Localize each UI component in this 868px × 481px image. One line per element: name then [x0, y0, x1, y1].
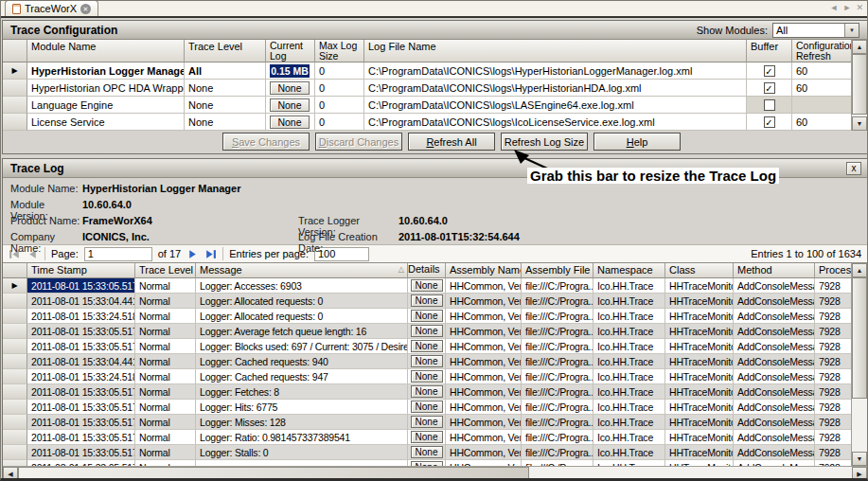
details-button[interactable]: None — [411, 446, 443, 458]
method-cell[interactable]: AddConsoleMessage(Mess... — [734, 400, 815, 415]
method-cell[interactable]: AddConsoleMessage(Mess... — [734, 369, 815, 384]
method-cell[interactable]: AddConsoleMessage(Mess... — [734, 324, 815, 339]
current-log-button[interactable]: None — [270, 81, 310, 95]
max-log-size-cell[interactable]: 0 — [315, 80, 364, 97]
chevron-down-icon[interactable]: ▼ — [844, 24, 859, 37]
col-assembly-file[interactable]: Assembly File — [522, 263, 593, 278]
assembly-name-cell[interactable]: HHCommon, Versio... — [446, 339, 522, 354]
table-row[interactable]: ▶ 2011-08-01 15:33:05.517 Normal Logger:… — [3, 324, 867, 339]
table-row[interactable]: ▶ 2011-08-01 15:33:05.517 Normal Logger:… — [3, 278, 867, 294]
message-cell[interactable]: Logger: Blocks used: 697 / Current: 3075… — [196, 339, 408, 354]
trace-level-cell[interactable]: All — [185, 62, 266, 80]
method-cell[interactable]: AddConsoleMessage(Mess... — [734, 445, 815, 460]
row-selector[interactable]: ▶ — [3, 400, 27, 415]
class-cell[interactable]: HHTraceMonitor — [665, 278, 734, 294]
trace-level-cell[interactable]: Normal — [135, 445, 196, 460]
row-selector[interactable]: ▶ — [3, 384, 27, 400]
scroll-up-icon[interactable]: ▲ — [852, 40, 867, 54]
row-selector[interactable] — [3, 97, 27, 114]
class-cell[interactable]: HHTraceMonitor — [665, 369, 734, 384]
col-assembly-name[interactable]: Assembly Name — [446, 263, 522, 278]
table-row[interactable]: License Service None None 0 C:\ProgramDa… — [3, 114, 867, 131]
method-cell[interactable]: AddConsoleMessage(Mess... — [734, 384, 815, 400]
class-cell[interactable]: HHTraceMonitor — [665, 384, 734, 400]
trace-level-cell[interactable]: None — [185, 80, 266, 97]
config-vertical-scrollbar[interactable]: ▲ ▼ — [851, 40, 867, 131]
time-stamp-cell[interactable]: 2011-08-01 15:33:05.517 — [27, 339, 135, 354]
scroll-down-icon[interactable]: ▼ — [852, 116, 867, 131]
scrollbar-thumb[interactable] — [852, 54, 867, 115]
refresh-cell[interactable] — [792, 97, 853, 114]
assembly-file-cell[interactable]: file:///C:/Progra... — [522, 384, 593, 400]
time-stamp-cell[interactable]: 2011-08-01 15:33:05.517 — [27, 278, 135, 294]
assembly-file-cell[interactable]: file:///C:/Progra... — [522, 339, 593, 354]
last-page-icon[interactable] — [204, 248, 217, 260]
row-selector[interactable]: ▶ — [3, 62, 27, 80]
col-trace-level[interactable]: Trace Level — [185, 40, 266, 62]
trace-level-cell[interactable]: Normal — [135, 339, 196, 354]
col-message[interactable]: Message△ — [196, 263, 408, 278]
table-row[interactable]: ▶ HyperHistorian Logger Manager All 0.15… — [3, 62, 867, 80]
message-cell[interactable]: Logger: Accesses: 6903 — [196, 278, 408, 294]
scroll-left-icon[interactable]: ◄ — [830, 3, 839, 12]
refresh-all-button[interactable]: Refresh All — [408, 133, 495, 151]
table-row[interactable]: ▶ 2011-08-01 15:33:05.517 Normal Logger:… — [3, 415, 867, 430]
current-log-button[interactable]: 0.15 MB — [270, 64, 310, 78]
module-name-cell[interactable]: HyperHistorian Logger Manager — [27, 62, 185, 80]
assembly-name-cell[interactable]: HHCommon, Versio... — [446, 415, 522, 430]
row-selector[interactable]: ▶ — [3, 415, 27, 430]
method-cell[interactable]: AddConsoleMessage(Mess... — [734, 415, 815, 430]
max-log-size-cell[interactable]: 0 — [315, 97, 364, 114]
row-selector[interactable] — [3, 80, 27, 97]
col-configuration-refresh[interactable]: Configuration Refresh (sec) — [792, 40, 853, 62]
class-cell[interactable]: HHTraceMonitor — [665, 415, 734, 430]
time-stamp-cell[interactable]: 2011-08-01 15:33:05.517 — [27, 384, 135, 400]
max-log-size-cell[interactable]: 0 — [315, 62, 364, 80]
namespace-cell[interactable]: Ico.HH.Trace — [593, 445, 665, 460]
details-button[interactable]: None — [411, 416, 443, 428]
process-id-cell[interactable]: 7928 — [815, 445, 853, 460]
module-name-cell[interactable]: License Service — [27, 114, 185, 131]
time-stamp-cell[interactable]: 2011-08-01 15:33:05.517 — [27, 415, 135, 430]
message-cell[interactable]: Logger: Cached requests: 947 — [196, 369, 408, 384]
assembly-file-cell[interactable]: file:///C:/Progra... — [522, 369, 593, 384]
namespace-cell[interactable]: Ico.HH.Trace — [593, 354, 665, 369]
assembly-name-cell[interactable]: HHCommon, Versio... — [446, 278, 522, 294]
assembly-name-cell[interactable]: HHCommon, Versio... — [446, 294, 522, 309]
close-trace-log-button[interactable]: x — [846, 162, 861, 175]
trace-level-cell[interactable]: Normal — [135, 384, 196, 400]
save-changes-button[interactable]: Save Changes — [222, 133, 310, 151]
time-stamp-cell[interactable]: 2011-08-01 15:33:24.518 — [27, 309, 135, 324]
next-page-icon[interactable] — [186, 248, 199, 260]
trace-level-cell[interactable]: Normal — [135, 278, 196, 294]
trace-level-cell[interactable]: Normal — [135, 415, 196, 430]
method-cell[interactable]: AddConsoleMessage(Mess... — [734, 354, 815, 369]
refresh-cell[interactable]: 60 — [792, 62, 853, 80]
namespace-cell[interactable]: Ico.HH.Trace — [593, 278, 665, 294]
message-cell[interactable]: Logger: Cached requests: 940 — [196, 354, 408, 369]
row-selector[interactable]: ▶ — [3, 354, 27, 369]
col-log-file-name[interactable]: Log File Name — [364, 40, 747, 62]
trace-level-cell[interactable]: Normal — [135, 309, 196, 324]
assembly-file-cell[interactable]: file:///C:/Progra... — [522, 430, 593, 445]
col-trace-level[interactable]: Trace Level — [135, 263, 196, 278]
namespace-cell[interactable]: Ico.HH.Trace — [593, 324, 665, 339]
col-details[interactable]: Details — [408, 263, 446, 278]
current-log-button[interactable]: None — [270, 98, 310, 112]
assembly-file-cell[interactable]: file:///C:/Progra... — [522, 415, 593, 430]
process-id-cell[interactable]: 7928 — [815, 309, 853, 324]
trace-level-cell[interactable]: Normal — [135, 294, 196, 309]
method-cell[interactable]: AddConsoleMessage(Mess... — [734, 430, 815, 445]
trace-level-cell[interactable]: Normal — [135, 324, 196, 339]
process-id-cell[interactable]: 7928 — [815, 430, 853, 445]
time-stamp-cell[interactable]: 2011-08-01 15:33:05.517 — [27, 324, 135, 339]
time-stamp-cell[interactable]: 2011-08-01 15:33:05.517 — [27, 430, 135, 445]
scroll-down-icon[interactable]: ▼ — [852, 452, 867, 466]
table-row[interactable]: ▶ 2011-08-01 15:33:05.517 Normal Logger:… — [3, 384, 867, 400]
row-selector[interactable]: ▶ — [3, 445, 27, 460]
row-selector[interactable]: ▶ — [3, 324, 27, 339]
scroll-right-icon[interactable]: ► — [843, 3, 852, 12]
table-row[interactable]: HyperHistorian OPC HDA Wrapper None None… — [3, 80, 867, 97]
details-button[interactable]: None — [411, 294, 443, 307]
process-id-cell[interactable]: 7928 — [815, 400, 853, 415]
